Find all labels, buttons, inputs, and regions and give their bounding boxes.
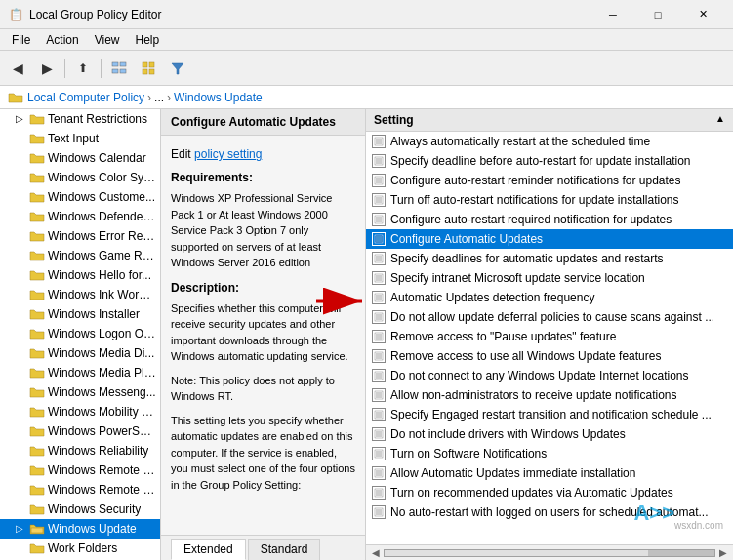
tree-item-installer[interactable]: Windows Installer: [0, 304, 160, 324]
setting-icon: [372, 408, 386, 421]
list-item[interactable]: Turn on recommended updates via Automati…: [366, 483, 733, 502]
list-item[interactable]: Do not connect to any Windows Update Int…: [366, 366, 733, 385]
tree-item-error-rep[interactable]: Windows Error Rep...: [0, 226, 160, 246]
list-item-label: Allow Automatic Updates immediate instal…: [390, 466, 635, 480]
list-icon: [141, 60, 156, 76]
list-item[interactable]: Remove access to use all Windows Update …: [366, 346, 733, 366]
middle-panel-body: Edit policy setting Requirements: Window…: [161, 136, 365, 535]
tree-item-label: Windows Update: [48, 522, 137, 536]
list-item[interactable]: No auto-restart with logged on users for…: [366, 502, 733, 522]
tree-item-logon[interactable]: Windows Logon Op...: [0, 324, 160, 343]
tree-item-customer[interactable]: Windows Custome...: [0, 187, 160, 207]
list-item[interactable]: Allow Automatic Updates immediate instal…: [366, 463, 733, 483]
list-item[interactable]: Remove access to "Pause updates" feature: [366, 327, 733, 346]
tree-item-color-sys[interactable]: Windows Color Sys...: [0, 168, 160, 187]
folder-icon: [29, 443, 45, 459]
folder-icon: [29, 267, 45, 283]
list-item[interactable]: Do not include drivers with Windows Upda…: [366, 424, 733, 444]
menu-action[interactable]: Action: [38, 31, 86, 49]
setting-icon: [372, 310, 386, 324]
list-item[interactable]: Do not allow update deferral policies to…: [366, 307, 733, 327]
tree-item-defender[interactable]: Windows Defender ...: [0, 207, 160, 226]
tree-item-mobility[interactable]: Windows Mobility C...: [0, 402, 160, 421]
tree-item-label: Windows Reliability: [48, 444, 148, 458]
tree-item-work-folders[interactable]: Work Folders: [0, 539, 160, 558]
tree-item-media-pla[interactable]: Windows Media Pla...: [0, 363, 160, 382]
folder-icon: [29, 326, 45, 341]
list-item[interactable]: Allow non-administrators to receive upda…: [366, 385, 733, 405]
setting-icon: [372, 486, 386, 500]
tree-item-label: Windows Remote M...: [48, 463, 156, 477]
view-button[interactable]: [135, 55, 162, 82]
expand-icon: [16, 347, 27, 359]
tree-item-calendar[interactable]: Windows Calendar: [0, 148, 160, 168]
list-item[interactable]: Specify Engaged restart transition and n…: [366, 405, 733, 424]
tree-item-ink[interactable]: Windows Ink Works...: [0, 285, 160, 304]
list-item[interactable]: Automatic Updates detection frequency: [366, 288, 733, 307]
setting-icon: [372, 349, 386, 363]
policy-icon: [374, 273, 384, 283]
svg-rect-7: [149, 69, 154, 74]
list-item[interactable]: Specify deadline before auto-restart for…: [366, 151, 733, 171]
list-item[interactable]: Configure auto-restart required notifica…: [366, 210, 733, 229]
scroll-left-icon[interactable]: ◀: [372, 547, 380, 558]
tree-item-text-input[interactable]: Text Input: [0, 129, 160, 148]
back-button[interactable]: ◀: [4, 55, 31, 82]
list-item[interactable]: Turn on Software Notifications: [366, 444, 733, 463]
tree-item-game[interactable]: Windows Game Re...: [0, 246, 160, 265]
list-item-configure-updates[interactable]: Configure Automatic Updates: [366, 229, 733, 249]
filter-button[interactable]: [164, 55, 191, 82]
tree-item-reliability[interactable]: Windows Reliability: [0, 441, 160, 460]
right-panel-scrollbar-bottom: ◀ ▶: [366, 544, 733, 560]
svg-rect-31: [376, 314, 382, 320]
tree-item-label: Windows Game Re...: [48, 249, 156, 262]
list-item-label: Allow non-administrators to receive upda…: [390, 388, 676, 402]
horizontal-scrollbar[interactable]: [384, 549, 715, 557]
window-controls: ─ □ ✕: [590, 0, 725, 29]
tree-item-update[interactable]: ▷ Windows Update: [0, 519, 160, 539]
list-item[interactable]: Always automatically restart at the sche…: [366, 132, 733, 151]
expand-icon: [16, 211, 27, 222]
policy-icon: [374, 254, 384, 263]
folder-icon: [29, 170, 45, 185]
folder-icon: [29, 111, 45, 127]
maximize-button[interactable]: □: [635, 0, 680, 29]
tree-item-hello[interactable]: Windows Hello for...: [0, 265, 160, 285]
tree-item-security[interactable]: Windows Security: [0, 500, 160, 519]
close-button[interactable]: ✕: [680, 0, 725, 29]
up-button[interactable]: ⬆: [69, 55, 97, 82]
tree-item-messenger[interactable]: Windows Messeng...: [0, 382, 160, 402]
minimize-button[interactable]: ─: [590, 0, 635, 29]
expand-icon: [16, 542, 27, 554]
tree-item-media-di[interactable]: Windows Media Di...: [0, 343, 160, 363]
folder-icon: [29, 248, 45, 263]
list-item[interactable]: Configure auto-restart reminder notifica…: [366, 171, 733, 190]
scroll-right-icon[interactable]: ▶: [719, 547, 727, 558]
tree-item-label: Windows Custome...: [48, 190, 155, 204]
svg-rect-29: [376, 295, 382, 300]
tab-extended[interactable]: Extended: [171, 539, 246, 560]
setting-icon: [372, 174, 386, 187]
tab-standard[interactable]: Standard: [248, 539, 321, 560]
tree-item-tenant[interactable]: ▷ Tenant Restrictions: [0, 109, 160, 129]
show-hide-tree-button[interactable]: [105, 55, 133, 82]
edit-policy-link[interactable]: policy setting: [194, 147, 262, 161]
requirements-text: Windows XP Professional Service Pack 1 o…: [171, 190, 355, 271]
list-item[interactable]: Specify intranet Microsoft update servic…: [366, 268, 733, 288]
menu-view[interactable]: View: [87, 31, 128, 49]
expand-icon: [16, 133, 27, 144]
setting-icon: [372, 271, 386, 285]
tree-item-powershell[interactable]: Windows PowerShe...: [0, 421, 160, 441]
forward-button[interactable]: ▶: [33, 55, 61, 82]
scroll-up-button[interactable]: ▲: [715, 113, 725, 127]
menu-file[interactable]: File: [4, 31, 38, 49]
menu-help[interactable]: Help: [128, 31, 168, 49]
setting-icon: [372, 466, 386, 480]
list-item[interactable]: Turn off auto-restart notifications for …: [366, 190, 733, 210]
list-item[interactable]: Specify deadlines for automatic updates …: [366, 249, 733, 268]
tree-item-remote-m[interactable]: Windows Remote M...: [0, 460, 160, 480]
svg-rect-33: [376, 334, 382, 340]
list-item-label: Remove access to use all Windows Update …: [390, 349, 661, 363]
svg-rect-5: [143, 69, 147, 74]
tree-item-remote-s[interactable]: Windows Remote S...: [0, 480, 160, 500]
